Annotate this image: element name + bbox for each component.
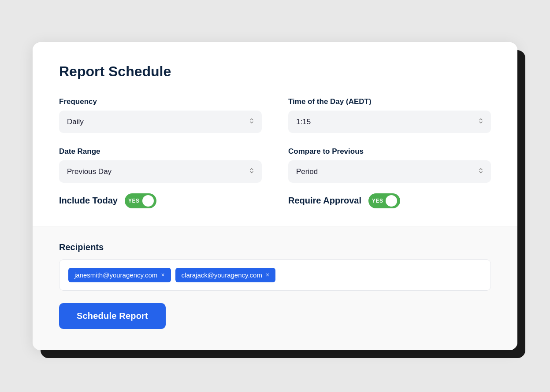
recipient-remove-0[interactable]: ×: [161, 272, 164, 278]
include-today-toggle[interactable]: YES: [125, 193, 156, 208]
frequency-select-wrapper: Daily Weekly Monthly: [59, 111, 262, 133]
recipient-email-0: janesmith@youragency.com: [74, 271, 157, 279]
require-approval-toggle[interactable]: YES: [368, 193, 400, 208]
compare-select-wrapper: Period Day Week: [288, 160, 491, 183]
include-today-label: Include Today: [59, 196, 118, 206]
frequency-label: Frequency: [59, 97, 262, 106]
schedule-report-button[interactable]: Schedule Report: [59, 303, 166, 329]
include-today-toggle-text: YES: [128, 198, 140, 204]
compare-previous-label: Compare to Previous: [288, 147, 491, 156]
date-range-select[interactable]: Previous Day Previous Week Previous Mont…: [59, 160, 262, 183]
time-select-wrapper: 1:15 2:00 3:00: [288, 111, 491, 133]
recipients-label: Recipients: [59, 242, 491, 252]
bottom-section: Recipients janesmith@youragency.com × cl…: [33, 226, 517, 350]
time-of-day-group: Time of the Day (AEDT) 1:15 2:00 3:00: [288, 97, 491, 133]
time-select[interactable]: 1:15 2:00 3:00: [288, 111, 491, 133]
require-approval-toggle-text: YES: [372, 198, 383, 204]
recipient-remove-1[interactable]: ×: [266, 272, 269, 278]
date-range-select-wrapper: Previous Day Previous Week Previous Mont…: [59, 160, 262, 183]
page-title: Report Schedule: [59, 63, 491, 80]
date-range-group: Date Range Previous Day Previous Week Pr…: [59, 147, 262, 183]
require-approval-label: Require Approval: [288, 196, 361, 206]
require-approval-row: Require Approval YES: [288, 193, 491, 208]
toggles-row: Include Today YES Require Approval YES: [59, 190, 491, 208]
form-grid: Frequency Daily Weekly Monthly Time of t: [59, 97, 491, 183]
include-today-row: Include Today YES: [59, 193, 262, 208]
compare-select[interactable]: Period Day Week: [288, 160, 491, 183]
recipients-box[interactable]: janesmith@youragency.com × clarajack@you…: [59, 259, 491, 291]
recipient-tag-1[interactable]: clarajack@youragency.com ×: [175, 268, 276, 282]
frequency-select[interactable]: Daily Weekly Monthly: [59, 111, 262, 133]
time-of-day-label: Time of the Day (AEDT): [288, 97, 491, 106]
recipient-tag-0[interactable]: janesmith@youragency.com ×: [68, 268, 171, 282]
page-container: Report Schedule Frequency Daily Weekly M…: [33, 42, 517, 350]
compare-previous-group: Compare to Previous Period Day Week: [288, 147, 491, 183]
recipient-email-1: clarajack@youragency.com: [182, 271, 262, 279]
frequency-group: Frequency Daily Weekly Monthly: [59, 97, 262, 133]
require-approval-toggle-circle: [386, 195, 397, 207]
top-section: Report Schedule Frequency Daily Weekly M…: [33, 42, 517, 226]
main-card: Report Schedule Frequency Daily Weekly M…: [33, 42, 517, 350]
include-today-toggle-circle: [142, 195, 154, 207]
date-range-label: Date Range: [59, 147, 262, 156]
